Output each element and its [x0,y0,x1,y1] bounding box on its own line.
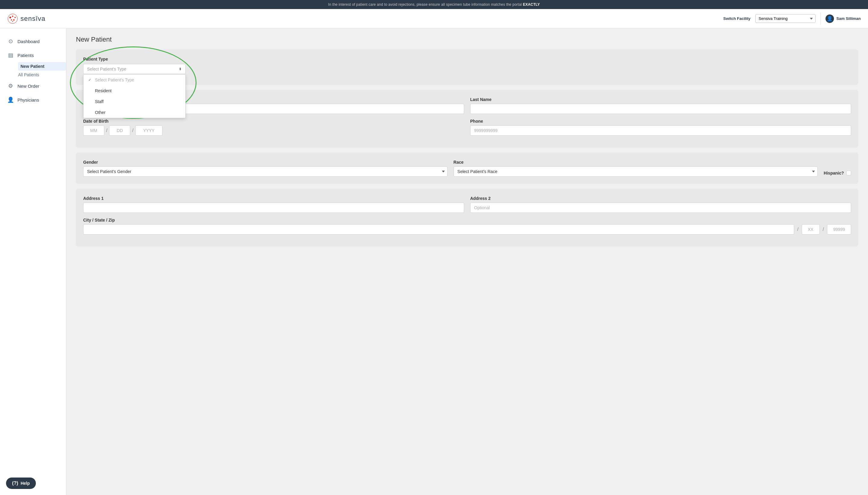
patient-type-card: Patient Type Select Patient's Type ⬍ ✓ S… [76,49,858,85]
header-right: Switch Facility Sensiva Training 👤 Sam S… [723,13,861,25]
sidebar-item-new-order[interactable]: ⚙ New Order [0,79,66,93]
new-order-icon: ⚙ [7,83,14,89]
option-resident-label: Resident [95,88,111,93]
svg-point-1 [9,17,11,18]
option-other-label: Other [95,110,105,115]
sidebar: ⊙ Dashboard ▤ Patients New Patient All P… [0,28,66,495]
sidebar-label-new-order: New Order [17,84,39,89]
basic-info-card: First Name Last Name Date of Birth / / [76,90,858,148]
address2-label: Address 2 [470,196,851,201]
banner-text: In the interest of patient care and to a… [328,2,523,7]
city-state-zip-label: City / State / Zip [83,218,851,222]
address2-group: Address 2 [470,196,851,213]
sidebar-label-patients: Patients [17,53,34,58]
logo-area: sensīva [7,13,723,24]
address1-input[interactable] [83,203,464,213]
address1-label: Address 1 [83,196,464,201]
race-label: Race [454,160,818,165]
svg-point-2 [12,15,14,17]
gender-group: Gender Select Patient's Gender [83,160,448,177]
dob-yyyy-input[interactable] [135,125,162,136]
help-button[interactable]: (?) Help [6,478,36,489]
patients-submenu: New Patient All Patients [0,62,66,79]
facility-select[interactable]: Sensiva Training [755,14,816,23]
gender-select[interactable]: Select Patient's Gender [83,166,448,177]
sidebar-item-all-patients[interactable]: All Patients [18,70,66,79]
switch-facility-label: Switch Facility [723,16,750,21]
sidebar-label-dashboard: Dashboard [17,39,39,44]
dropdown-arrow: ⬍ [179,67,182,71]
last-name-group: Last Name [470,97,851,114]
phone-label: Phone [470,119,851,124]
svg-point-5 [11,19,12,20]
city-state-zip-group: City / State / Zip / / [83,218,851,235]
help-icon: (?) [12,480,18,486]
sidebar-item-physicians[interactable]: 👤 Physicians [0,93,66,107]
dob-mm-input[interactable] [83,125,104,136]
last-name-input[interactable] [470,104,851,114]
patient-type-option-resident[interactable]: Resident [84,85,185,96]
phone-group: Phone [470,119,851,136]
header-divider [820,13,821,25]
help-label: Help [20,481,30,486]
dob-phone-row: Date of Birth / / Phone [83,119,851,136]
user-area: 👤 Sam Silliman [826,15,861,23]
svg-point-4 [13,19,15,20]
city-state-sep: / [796,227,800,232]
patient-type-menu: ✓ Select Patient's Type Resident Staff [83,74,186,118]
zip-input[interactable] [827,224,851,235]
address-card: Address 1 Address 2 City / State / Zip /… [76,189,858,246]
sidebar-label-physicians: Physicians [17,97,39,102]
patient-type-option-staff[interactable]: Staff [84,96,185,107]
option-select-label: Select Patient's Type [95,78,134,82]
logo-icon [7,13,18,24]
address-row: Address 1 Address 2 [83,196,851,213]
patients-icon: ▤ [7,52,14,58]
address1-group: Address 1 [83,196,464,213]
svg-point-0 [8,14,17,23]
race-select[interactable]: Select Patient's Race [454,166,818,177]
svg-point-6 [12,21,13,22]
dob-inputs: / / [83,125,464,136]
hispanic-group: Hispanic? [824,171,851,177]
layout: ⊙ Dashboard ▤ Patients New Patient All P… [0,28,868,495]
hispanic-row: Hispanic? [824,171,851,175]
gender-race-row: Gender Select Patient's Gender Race Sele… [83,160,851,177]
new-patient-label: New Patient [20,64,44,69]
user-icon: 👤 [826,15,834,23]
top-banner: In the interest of patient care and to a… [0,0,868,9]
dob-label: Date of Birth [83,119,464,124]
dashboard-icon: ⊙ [7,38,14,45]
banner-emphasis: EXACTLY [523,2,540,7]
last-name-label: Last Name [470,97,851,102]
patient-type-trigger[interactable]: Select Patient's Type ⬍ [83,64,186,74]
svg-point-3 [15,17,16,18]
state-zip-sep: / [821,227,825,232]
demographics-card: Gender Select Patient's Gender Race Sele… [76,153,858,184]
main-content: New Patient Patient Type Select Patient'… [66,28,868,495]
patient-type-label: Patient Type [83,57,851,62]
patient-type-dropdown-container: Select Patient's Type ⬍ ✓ Select Patient… [83,64,186,74]
patient-type-option-select[interactable]: ✓ Select Patient's Type [84,74,185,85]
page-title: New Patient [76,36,858,44]
phone-input[interactable] [470,125,851,136]
hispanic-checkbox[interactable] [846,171,851,175]
hispanic-label: Hispanic? [824,171,844,175]
patient-type-selected: Select Patient's Type [87,67,126,71]
sidebar-item-new-patient[interactable]: New Patient [18,62,66,70]
city-input[interactable] [83,224,794,235]
check-icon: ✓ [88,78,92,82]
state-input[interactable] [802,224,820,235]
address2-input[interactable] [470,203,851,213]
name-row: First Name Last Name [83,97,851,114]
patient-type-option-other[interactable]: Other [84,107,185,118]
dob-sep-2: / [132,128,133,133]
sidebar-item-patients[interactable]: ▤ Patients [0,48,66,62]
logo-text: sensīva [20,15,46,23]
header: sensīva Switch Facility Sensiva Training… [0,9,868,28]
race-group: Race Select Patient's Race [454,160,818,177]
user-name: Sam Silliman [836,16,861,21]
dob-dd-input[interactable] [109,125,130,136]
sidebar-item-dashboard[interactable]: ⊙ Dashboard [0,34,66,48]
dob-group: Date of Birth / / [83,119,464,136]
